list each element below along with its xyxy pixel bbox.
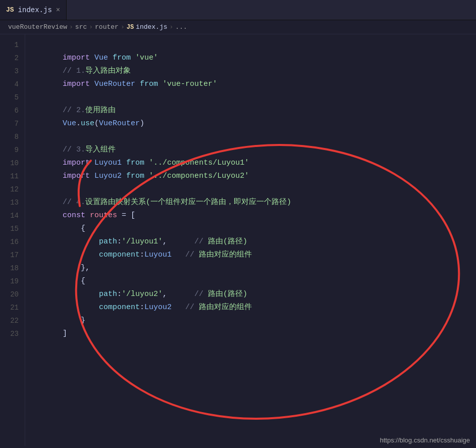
line-num-14: 14 [0,209,25,222]
code-line-12: // 4.设置路由映射关系(一个组件对应一个路由，即对应一个路径) [35,183,476,196]
code-line-15: path:'/luyou1', // 路由(路径) [35,222,476,235]
line-num-13: 13 [0,196,25,209]
breadcrumb-sep: › [89,23,93,31]
line-num-16: 16 [0,235,25,248]
code-line-18: { [35,262,476,275]
breadcrumb-js-icon: JS [127,24,134,31]
line-num-10: 10 [0,157,25,170]
breadcrumb-item-router: router [95,23,119,31]
line-num-12: 12 [0,183,25,196]
breadcrumb-sep: › [69,23,73,31]
tab-bar: JS index.js × [0,0,476,20]
line-num-1: 1 [0,38,25,52]
breadcrumb-sep: › [121,23,125,31]
line-num-18: 18 [0,262,25,275]
line-num-17: 17 [0,248,25,262]
code-line-5: // 2.使用路由 [35,91,476,104]
code-content: import Vue from 'vue' // 1.导入路由对象 import… [25,34,476,446]
line-num-9: 9 [0,143,25,157]
line-num-11: 11 [0,170,25,183]
code-line-23 [35,327,476,340]
watermark: https://blog.csdn.net/csshuaige [380,436,470,444]
line-num-23: 23 [0,327,25,340]
line-num-7: 7 [0,117,25,130]
line-num-15: 15 [0,222,25,235]
code-line-19: path:'/luyou2', // 路由(路径) [35,275,476,288]
active-tab[interactable]: JS index.js × [0,0,67,20]
line-num-20: 20 [0,288,25,301]
tab-js-icon: JS [6,6,14,14]
line-num-19: 19 [0,275,25,288]
line-num-3: 3 [0,65,25,78]
line-num-2: 2 [0,52,25,65]
breadcrumb-item-project: vueRouterReview [8,23,67,31]
code-line-1: import Vue from 'vue' [35,38,476,52]
line-num-6: 6 [0,104,25,117]
breadcrumb-item-file: index.js [136,23,167,31]
breadcrumb-sep: › [170,23,174,31]
line-num-22: 22 [0,314,25,327]
line-numbers: 1 2 3 4 5 6 7 8 9 10 11 12 13 14 15 16 1… [0,34,25,446]
tab-close-icon[interactable]: × [56,6,60,14]
code-area: 1 2 3 4 5 6 7 8 9 10 11 12 13 14 15 16 1… [0,34,476,446]
tab-filename: index.js [18,6,52,14]
line-num-4: 4 [0,78,25,91]
code-line-22: ] [35,314,476,327]
breadcrumb-item-ellipsis: ... [175,23,187,31]
breadcrumb-item-src: src [75,23,87,31]
code-line-8: // 3.导入组件 [35,130,476,143]
line-num-21: 21 [0,301,25,314]
line-num-8: 8 [0,130,25,143]
breadcrumb: vueRouterReview › src › router › JS inde… [0,20,476,34]
line-num-5: 5 [0,91,25,104]
